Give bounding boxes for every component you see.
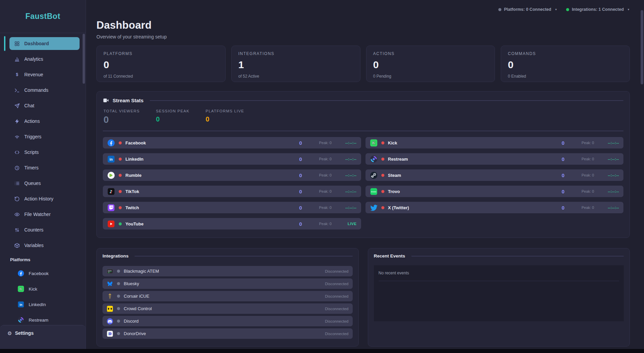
nav-item-label: Dashboard bbox=[24, 41, 49, 46]
sidebar-nav-item[interactable]: Commands bbox=[9, 84, 80, 97]
status-dot bbox=[119, 206, 122, 209]
sidebar-scrollbar-thumb[interactable] bbox=[83, 34, 85, 84]
sidebar-nav-item[interactable]: Counters bbox=[9, 223, 80, 236]
integration-brand-icon bbox=[107, 268, 113, 275]
summary-stat-value: 0 bbox=[104, 114, 140, 125]
status-dot bbox=[119, 174, 122, 177]
peak-viewers: Peak: 0 bbox=[302, 206, 332, 210]
platform-row[interactable]: Kick 0 Peak: 0 --:--:-- bbox=[365, 137, 624, 148]
integration-brand-icon bbox=[107, 305, 113, 312]
sidebar-nav-item[interactable]: Scripts bbox=[9, 146, 80, 159]
sidebar-scroll-area[interactable]: Dashboard Analytics Revenue bbox=[0, 33, 86, 325]
status-dot bbox=[381, 174, 384, 177]
platform-brand-icon bbox=[370, 139, 378, 147]
platform-item-label: Kick bbox=[29, 287, 37, 292]
platform-row[interactable]: Twitch 0 Peak: 0 --:--:-- bbox=[103, 202, 361, 213]
platform-name: TikTok bbox=[125, 189, 139, 194]
sidebar-platform-item[interactable]: Kick bbox=[9, 282, 80, 295]
logo-container: FaustBot bbox=[0, 0, 86, 33]
nav-item-label: Counters bbox=[24, 227, 43, 233]
platform-brand-icon bbox=[107, 139, 115, 147]
stat-card-label: ACTIONS bbox=[373, 51, 488, 56]
page-title: Dashboard bbox=[96, 19, 630, 31]
connection-status: Disconnected bbox=[325, 332, 349, 336]
nav-item-label: Action History bbox=[24, 196, 53, 201]
platform-item-label: Facebook bbox=[29, 271, 49, 276]
integrations-status-label: Integrations: 1 Connected bbox=[572, 7, 624, 12]
stat-card-value: 0 bbox=[104, 59, 218, 71]
sidebar-nav-item[interactable]: Timers bbox=[9, 161, 80, 174]
events-list-area: No recent events bbox=[374, 265, 624, 321]
nav-item-label: Commands bbox=[24, 87, 49, 93]
status-dot bbox=[117, 270, 120, 273]
integration-row[interactable]: DonorDrive Disconnected bbox=[103, 328, 353, 339]
viewer-count: 0 bbox=[554, 172, 564, 178]
status-dot bbox=[117, 332, 120, 335]
integration-name: DonorDrive bbox=[124, 331, 146, 336]
sidebar-nav-item[interactable]: Variables bbox=[9, 239, 80, 252]
platform-row[interactable]: Restream 0 Peak: 0 --:--:-- bbox=[365, 153, 624, 165]
platform-row[interactable]: Steam 0 Peak: 0 --:--:-- bbox=[365, 169, 624, 181]
nav-item-icon bbox=[14, 72, 20, 78]
stat-card-subtext: 0 Pending bbox=[373, 74, 488, 79]
summary-stat-label: PLATFORMS LIVE bbox=[206, 109, 244, 113]
header-divider bbox=[411, 256, 624, 256]
platform-name: Kick bbox=[388, 140, 397, 145]
sidebar-nav-item[interactable]: Action History bbox=[9, 192, 80, 205]
integration-brand-icon bbox=[107, 280, 113, 287]
platform-row[interactable]: LinkedIn 0 Peak: 0 --:--:-- bbox=[103, 153, 361, 165]
integration-row[interactable]: Crowd Control Disconnected bbox=[103, 303, 353, 314]
platform-row[interactable]: X (Twitter) 0 Peak: 0 --:--:-- bbox=[365, 202, 624, 213]
platform-row[interactable]: TikTok 0 Peak: 0 --:--:-- bbox=[103, 186, 361, 197]
platform-name: YouTube bbox=[125, 221, 144, 226]
nav-item-label: File Watcher bbox=[24, 212, 51, 217]
stream-summary: TOTAL VIEWERS 0 SESSION PEAK 0 PLATFORMS… bbox=[103, 109, 623, 125]
recent-events-title: Recent Events bbox=[374, 253, 405, 259]
peak-viewers: Peak: 0 bbox=[302, 157, 332, 161]
sidebar-nav-item[interactable]: Queues bbox=[9, 177, 80, 190]
peak-viewers: Peak: 0 bbox=[302, 173, 332, 177]
sidebar-nav-item[interactable]: Triggers bbox=[9, 130, 80, 143]
integrations-title: Integrations bbox=[103, 253, 128, 259]
recent-events-panel: Recent Events No recent events bbox=[368, 248, 630, 347]
integrations-header: Integrations bbox=[103, 253, 353, 259]
settings-button[interactable]: ⚙ Settings bbox=[0, 325, 86, 349]
integration-row[interactable]: Corsair iCUE Disconnected bbox=[103, 291, 353, 301]
sidebar-nav-item[interactable]: Analytics bbox=[9, 53, 80, 65]
stat-card-subtext: of 11 Connected bbox=[104, 74, 218, 79]
page-scrollbar-thumb[interactable] bbox=[641, 10, 643, 84]
sidebar-nav-item[interactable]: Actions bbox=[9, 115, 80, 128]
integration-row[interactable]: Discord Disconnected bbox=[103, 316, 353, 326]
summary-stat-value: 0 bbox=[206, 115, 244, 123]
uptime-value: --:--:-- bbox=[594, 206, 619, 210]
sidebar-nav-item[interactable]: File Watcher bbox=[9, 208, 80, 221]
platform-row[interactable]: Trovo 0 Peak: 0 --:--:-- bbox=[365, 186, 624, 197]
nav-item-label: Analytics bbox=[24, 56, 43, 62]
sidebar-platform-item[interactable]: Facebook bbox=[9, 267, 80, 280]
chevron-down-icon: ▼ bbox=[555, 8, 557, 11]
nav-item-icon bbox=[14, 212, 20, 217]
sidebar-nav-item[interactable]: Dashboard bbox=[9, 37, 80, 50]
platform-row[interactable]: Facebook 0 Peak: 0 --:--:-- bbox=[103, 137, 361, 148]
sidebar-nav-item[interactable]: Chat bbox=[9, 99, 80, 112]
platform-row[interactable]: Rumble 0 Peak: 0 --:--:-- bbox=[103, 169, 361, 181]
stat-card-subtext: 0 Enabled bbox=[508, 74, 623, 79]
connection-status: Disconnected bbox=[325, 294, 349, 298]
status-dot bbox=[119, 141, 122, 144]
video-camera-icon bbox=[103, 97, 109, 104]
nav-item-icon bbox=[14, 181, 20, 186]
platforms-status-dot bbox=[498, 8, 501, 11]
integration-row[interactable]: Blackmagic ATEM Disconnected bbox=[103, 266, 353, 276]
sidebar-nav-item[interactable]: Revenue bbox=[9, 68, 80, 81]
platforms-status-dropdown[interactable]: Platforms: 0 Connected ▼ bbox=[498, 7, 557, 12]
peak-viewers: Peak: 0 bbox=[564, 157, 594, 161]
integration-row[interactable]: Bluesky Disconnected bbox=[103, 278, 353, 289]
sidebar-platform-item[interactable]: Restream bbox=[9, 314, 80, 325]
integrations-status-dropdown[interactable]: Integrations: 1 Connected ▼ bbox=[566, 7, 630, 12]
integrations-panel: Integrations Blackmagic ATEM Disconnecte… bbox=[96, 248, 359, 347]
platform-row[interactable]: YouTube 0 Peak: 0 LIVE bbox=[103, 218, 361, 229]
nav-item-icon bbox=[14, 227, 20, 233]
uptime-value: --:--:-- bbox=[594, 157, 619, 161]
peak-viewers: Peak: 0 bbox=[564, 141, 594, 145]
sidebar-platform-item[interactable]: LinkedIn bbox=[9, 298, 80, 311]
